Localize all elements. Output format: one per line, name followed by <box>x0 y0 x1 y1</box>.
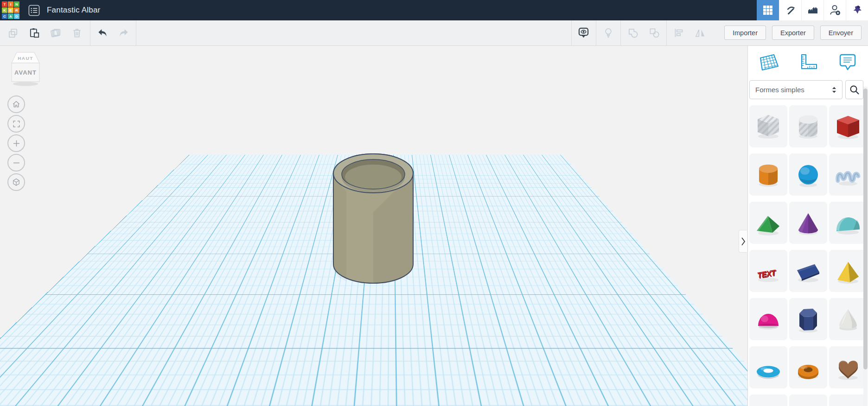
view-cube-front-label[interactable]: AVANT <box>14 69 37 76</box>
transparent-cylinder-icon <box>793 112 823 141</box>
shape-tile-pyramid[interactable] <box>829 250 867 292</box>
toolbar-divider <box>136 20 136 45</box>
panel-tool-row <box>748 46 868 74</box>
viewport-3d[interactable]: HAUT AVANT <box>0 46 868 406</box>
logo-letter: N <box>14 1 19 7</box>
clipboard-group <box>4 24 86 42</box>
undo-button[interactable] <box>93 24 112 42</box>
mirror-button[interactable] <box>691 24 709 42</box>
paraboloid-icon <box>833 305 863 334</box>
shape-tile-solid-torus[interactable] <box>789 346 827 388</box>
shape-tile-transparent-box[interactable] <box>749 105 787 147</box>
text-icon: TEXT TEXT TEXT <box>753 257 784 285</box>
send-button[interactable]: Envoyer <box>820 25 862 40</box>
shape-tile-heart[interactable] <box>829 346 867 388</box>
shape-tile-round-roof[interactable] <box>829 202 867 244</box>
io-buttons: Importer Exporter Envoyer <box>724 25 862 40</box>
shape-category-select[interactable]: Formes simples <box>749 80 842 99</box>
wedge-icon <box>793 257 823 285</box>
ruler-tool-button[interactable] <box>795 51 821 74</box>
tab-collaborate[interactable] <box>823 0 846 20</box>
home-view-button[interactable] <box>7 95 25 113</box>
bricks-icon <box>807 5 818 16</box>
show-all-button[interactable] <box>574 24 593 42</box>
panel-collapse-tab[interactable] <box>739 230 747 253</box>
duplicate-button[interactable] <box>46 24 65 42</box>
import-button[interactable]: Importer <box>724 25 766 40</box>
delete-button[interactable] <box>68 24 86 42</box>
scribble-icon <box>833 160 863 189</box>
transparent-box-icon <box>753 112 784 141</box>
zoom-in-button[interactable] <box>7 134 25 152</box>
pyramid-icon <box>833 257 863 285</box>
toolbar-divider <box>620 20 621 45</box>
workplane-tool-button[interactable] <box>755 51 781 74</box>
ungroup-button[interactable] <box>645 24 664 42</box>
perspective-toggle-button[interactable] <box>7 173 25 191</box>
shape-tile-paraboloid[interactable] <box>829 298 867 340</box>
workplane-grid[interactable] <box>0 155 868 406</box>
group-tools <box>624 24 664 42</box>
fit-view-icon <box>12 120 21 128</box>
tab-3d-design[interactable] <box>757 0 779 20</box>
copy-button[interactable] <box>4 24 22 42</box>
arrange-tools <box>670 24 709 42</box>
shape-search-button[interactable] <box>845 80 863 99</box>
shape-tile-empty[interactable] <box>789 394 827 406</box>
select-arrows-icon <box>832 86 836 94</box>
view-controls <box>7 95 25 191</box>
shape-tile-sphere[interactable] <box>789 153 827 196</box>
ungroup-icon <box>648 27 660 39</box>
paste-icon <box>28 27 40 39</box>
shape-tile-roof[interactable] <box>749 202 787 244</box>
shape-tile-scribble[interactable] <box>829 153 867 196</box>
logo-letter: A <box>8 13 13 19</box>
notes-tool-button[interactable] <box>835 51 861 74</box>
shape-tile-torus[interactable] <box>749 346 787 388</box>
shape-tile-text[interactable]: TEXT TEXT TEXT <box>749 250 787 292</box>
half-sphere-icon <box>753 305 784 334</box>
group-button[interactable] <box>624 24 642 42</box>
logo-letter: C <box>2 13 7 19</box>
tab-bricks[interactable] <box>801 0 823 20</box>
lightbulb-icon <box>602 27 614 39</box>
box-icon <box>833 112 863 141</box>
tab-assistant[interactable] <box>846 0 868 20</box>
panel-scrollbar-track[interactable] <box>863 87 868 406</box>
paste-button[interactable] <box>25 24 44 42</box>
shape-tile-wedge[interactable] <box>789 250 827 292</box>
sphere-icon <box>793 160 823 189</box>
shape-tile-polygon[interactable] <box>789 298 827 340</box>
zoom-out-icon <box>12 159 21 167</box>
shape-tile-half-sphere[interactable] <box>749 298 787 340</box>
shape-tile-cone[interactable] <box>789 202 827 244</box>
align-button[interactable] <box>670 24 688 42</box>
shape-tile-box[interactable] <box>829 105 867 147</box>
cylinder-icon <box>753 160 784 189</box>
tinkercad-logo[interactable]: T I N K E R C A D <box>2 1 19 19</box>
tab-minecraft[interactable] <box>779 0 801 20</box>
heart-icon <box>833 353 863 382</box>
shape-tile-empty[interactable] <box>749 394 787 406</box>
tips-group <box>599 24 618 42</box>
tips-button[interactable] <box>599 24 618 42</box>
toolbar-divider <box>666 20 667 45</box>
shape-tile-empty[interactable] <box>829 394 867 406</box>
design-menu-button[interactable] <box>28 4 40 17</box>
align-icon <box>673 27 685 39</box>
zoom-out-button[interactable] <box>7 154 25 171</box>
shape-tile-cylinder[interactable] <box>749 153 787 196</box>
mirror-icon <box>694 27 706 39</box>
view-cube-top-label[interactable]: HAUT <box>18 57 33 61</box>
editor-mode-tabs <box>757 0 868 20</box>
view-cube[interactable]: HAUT AVANT <box>10 51 41 87</box>
shape-tile-transparent-cylinder[interactable] <box>789 105 827 147</box>
toolbar-divider <box>596 20 596 45</box>
panel-scrollbar-thumb[interactable] <box>863 89 868 369</box>
export-button[interactable]: Exporter <box>772 25 814 40</box>
top-bar: T I N K E R C A D Fantastic Albar <box>0 0 868 20</box>
shape-hollow-cylinder[interactable] <box>326 150 421 285</box>
logo-letter: K <box>2 7 7 13</box>
fit-view-button[interactable] <box>7 115 25 133</box>
redo-button[interactable] <box>115 24 133 42</box>
